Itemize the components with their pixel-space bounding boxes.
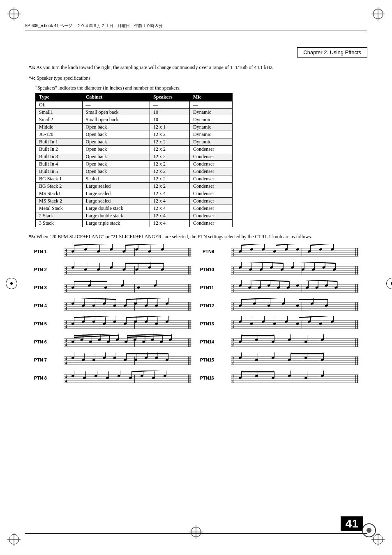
ptn-4-row: PTN 444 [29, 298, 196, 313]
cell-15-1: Large double stack [82, 212, 150, 220]
cell-5-0: Built In 1 [36, 138, 83, 146]
ptn-14-notation: 383333 [216, 334, 363, 349]
ptn-1-label: PTN 1 [29, 249, 48, 254]
cell-2-1: Small open back [82, 116, 150, 124]
ptn-13-notation: 44 [216, 316, 363, 331]
cell-4-3: Dynamic [189, 131, 232, 138]
ptn-9-notation: 44 [216, 244, 363, 259]
cell-12-1: Large sealed [82, 190, 150, 198]
note5: *5: When "20 BPM SLICE+FLANG" or "21 SLI… [29, 233, 363, 240]
ptn-5-row: PTN 544 [29, 316, 196, 332]
cell-9-3: Condenser [189, 168, 232, 175]
svg-text:4: 4 [65, 343, 67, 347]
cell-7-2: 12 x 2 [150, 153, 190, 161]
ptn-right-column: PTN944PTN1044PTN1144PTN1244PTN1344PTN143… [196, 244, 363, 388]
speaker-table: Type Cabinet Speakers Mic Off———Small1Sm… [35, 93, 233, 227]
main-content: *3: As you turn the knob toward the righ… [29, 64, 363, 388]
svg-line-558 [242, 280, 290, 281]
cell-4-2: 12 x 2 [150, 131, 190, 138]
cell-10-3: Condenser [189, 175, 232, 183]
ptn-11-label: PTN11 [196, 285, 216, 290]
svg-text:8: 8 [233, 361, 235, 365]
svg-text:8: 8 [233, 343, 235, 347]
cell-9-1: Open back [82, 168, 150, 175]
note3: *3: As you turn the knob toward the righ… [29, 64, 363, 71]
ptn-10-notation: 44 [216, 262, 363, 277]
cell-8-0: Built In 4 [36, 161, 83, 168]
cell-0-1: — [82, 101, 150, 109]
table-row: Metal StackLarge double stack12 x 4Conde… [36, 205, 233, 212]
ptn-9-row: PTN944 [196, 244, 363, 259]
ptn-6-row: PTN 644 [29, 334, 196, 350]
ptn-14-label: PTN14 [196, 339, 216, 344]
ptn-9-label: PTN9 [196, 249, 216, 254]
table-row: MiddleOpen back12 x 1Dynamic [36, 124, 233, 131]
cell-14-0: Metal Stack [36, 205, 83, 212]
cell-4-0: JC-120 [36, 131, 83, 138]
ptn-15-notation: 383333 [216, 352, 363, 367]
cell-11-2: 12 x 2 [150, 183, 190, 190]
cell-6-3: Condenser [189, 146, 232, 153]
ptn-2-label: PTN 2 [29, 267, 48, 272]
cell-2-2: 10 [150, 116, 190, 124]
ptn-5-label: PTN 5 [29, 321, 48, 326]
ptn-7-row: PTN 744 [29, 352, 196, 368]
table-row: Built In 4Open back12 x 2Condenser [36, 161, 233, 168]
ptn-1-row: PTN 144 [29, 244, 196, 259]
col-speakers: Speakers [150, 93, 190, 101]
note5-star: *5: [29, 234, 35, 240]
cell-3-2: 12 x 1 [150, 124, 190, 131]
cell-1-1: Small open back [82, 109, 150, 116]
table-row: BG Stack 1Sealed12 x 2Condenser [36, 175, 233, 183]
cell-1-0: Small1 [36, 109, 83, 116]
table-body: Off———Small1Small open back10DynamicSmal… [36, 101, 233, 227]
ptn-left-column: PTN 144PTN 244PTN 344PTN 444PTN 544PTN 6… [29, 244, 196, 388]
cell-11-0: BG Stack 2 [36, 183, 83, 190]
ptn-16-row: PTN16383333 [196, 370, 363, 386]
cell-16-0: 3 Stack [36, 220, 83, 227]
cell-5-1: Open back [82, 138, 150, 146]
ptn-15-label: PTN15 [196, 357, 216, 362]
table-row: Built In 1Open back12 x 2Dynamic [36, 138, 233, 146]
cell-13-1: Large sealed [82, 198, 150, 205]
svg-line-409 [132, 371, 166, 372]
svg-text:4: 4 [65, 379, 67, 383]
ptn-2-notation: 44 [48, 262, 196, 277]
note4-star: *4: [29, 75, 35, 81]
ptn-12-notation: 44 [216, 298, 363, 313]
ptn-8-label: PTN 8 [29, 375, 48, 380]
ptn-11-row: PTN1144 [196, 280, 363, 295]
cell-1-2: 10 [150, 109, 190, 116]
note4-header: *4: Speaker type specifications [29, 74, 363, 82]
cell-12-3: Condenser [189, 190, 232, 198]
table-row: Small2Small open back10Dynamic [36, 116, 233, 124]
cell-9-0: Built In 5 [36, 168, 83, 175]
note4-section: *4: Speaker type specifications "Speaker… [29, 74, 363, 227]
cell-0-2: — [150, 101, 190, 109]
cell-1-3: Dynamic [189, 109, 232, 116]
table-container: Type Cabinet Speakers Mic Off———Small1Sm… [35, 93, 363, 227]
svg-text:4: 4 [65, 306, 67, 311]
cell-0-0: Off [36, 101, 83, 109]
table-caption: "Speakers" indicates the diameter (in in… [35, 85, 363, 91]
corner-bl [7, 533, 21, 548]
ptn-6-label: PTN 6 [29, 339, 48, 344]
cell-3-0: Middle [36, 124, 83, 131]
ptn-7-label: PTN 7 [29, 357, 48, 362]
cell-16-1: Large triple stack [82, 220, 150, 227]
ptn-13-row: PTN1344 [196, 316, 363, 332]
ptn-6-notation: 44 [48, 334, 196, 349]
cell-8-3: Condenser [189, 161, 232, 168]
cell-6-1: Open back [82, 146, 150, 153]
ptn-2-row: PTN 244 [29, 262, 196, 277]
cell-5-3: Dynamic [189, 138, 232, 146]
table-row: Built In 5Open back12 x 2Condenser [36, 168, 233, 175]
ptn-5-notation: 44 [48, 316, 196, 331]
table-row: BG Stack 2Large sealed12 x 2Condenser [36, 183, 233, 190]
chapter-header: Chapter 2. Using Effects [297, 47, 367, 58]
cell-15-0: 2 Stack [36, 212, 83, 220]
cell-3-3: Dynamic [189, 124, 232, 131]
cell-15-2: 12 x 4 [150, 212, 190, 220]
ptn-1-notation: 44 [48, 244, 196, 259]
cell-15-3: Condenser [189, 212, 232, 220]
